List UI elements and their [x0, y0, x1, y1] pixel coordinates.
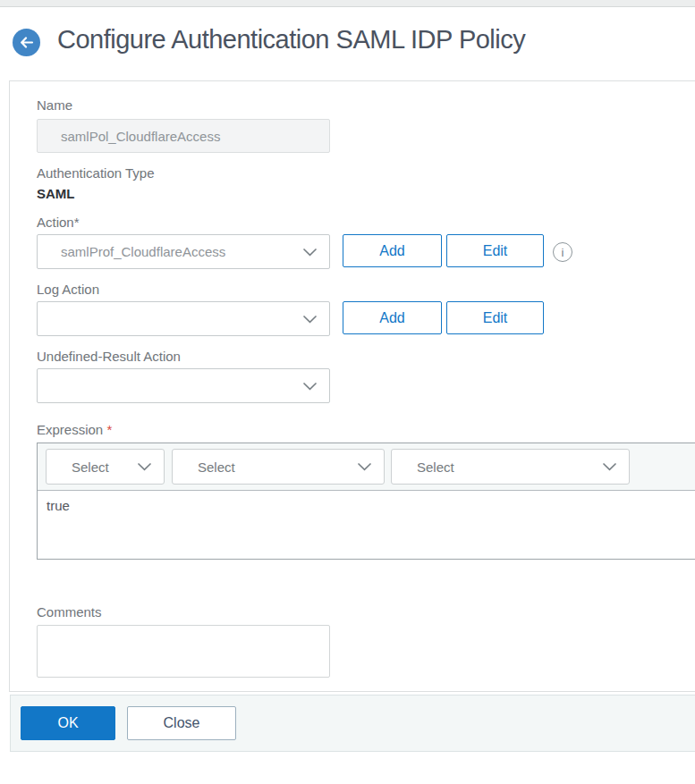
configure-saml-idp-policy-page: Configure Authentication SAML IDP Policy…: [0, 0, 695, 784]
action-select-value: samlProf_CloudflareAccess: [61, 244, 225, 259]
info-icon-glyph: i: [562, 246, 564, 259]
chevron-down-icon: [302, 315, 318, 324]
expression-select-3[interactable]: Select: [391, 449, 630, 485]
page-title: Configure Authentication SAML IDP Policy: [57, 25, 683, 55]
auth-type-label: Authentication Type: [37, 165, 154, 181]
expression-label-text: Expression: [37, 422, 103, 437]
expression-select-2[interactable]: Select: [172, 449, 385, 485]
comments-input[interactable]: [37, 625, 330, 678]
ok-button[interactable]: OK: [21, 706, 115, 740]
chevron-down-icon: [602, 462, 617, 471]
action-add-button[interactable]: Add: [343, 234, 442, 267]
expression-builder: Select Select Select: [37, 443, 695, 560]
log-action-select[interactable]: [37, 301, 330, 336]
form-panel: Name Authentication Type SAML Action* sa…: [9, 80, 695, 692]
action-label: Action*: [37, 215, 80, 230]
name-label: Name: [37, 97, 72, 113]
action-edit-button[interactable]: Edit: [446, 234, 544, 267]
undefined-result-action-label: Undefined-Result Action: [37, 349, 181, 364]
chevron-down-icon: [137, 462, 152, 471]
expression-select-1[interactable]: Select: [46, 449, 165, 485]
back-button[interactable]: [13, 29, 40, 56]
arrow-left-icon: [20, 37, 34, 48]
log-action-edit-button[interactable]: Edit: [446, 301, 544, 334]
info-icon[interactable]: i: [553, 242, 572, 262]
undefined-result-action-select[interactable]: [37, 368, 330, 403]
expression-select-1-value: Select: [72, 459, 109, 475]
chevron-down-icon: [302, 382, 318, 391]
expression-select-3-value: Select: [417, 459, 454, 475]
required-asterisk: *: [106, 422, 112, 437]
action-select[interactable]: samlProf_CloudflareAccess: [37, 234, 330, 269]
expression-builder-toolbar: Select Select Select: [38, 443, 695, 491]
footer-bar: OK Close: [10, 695, 695, 752]
expression-select-2-value: Select: [198, 459, 235, 475]
top-strip: [0, 0, 695, 7]
chevron-down-icon: [302, 248, 318, 257]
close-button[interactable]: Close: [127, 706, 236, 740]
expression-label: Expression *: [37, 422, 112, 437]
comments-label: Comments: [37, 604, 102, 620]
expression-input[interactable]: true: [38, 491, 695, 559]
log-action-label: Log Action: [37, 282, 99, 297]
auth-type-value: SAML: [37, 186, 75, 201]
name-input: [37, 119, 330, 153]
chevron-down-icon: [357, 462, 372, 471]
log-action-add-button[interactable]: Add: [343, 301, 442, 334]
